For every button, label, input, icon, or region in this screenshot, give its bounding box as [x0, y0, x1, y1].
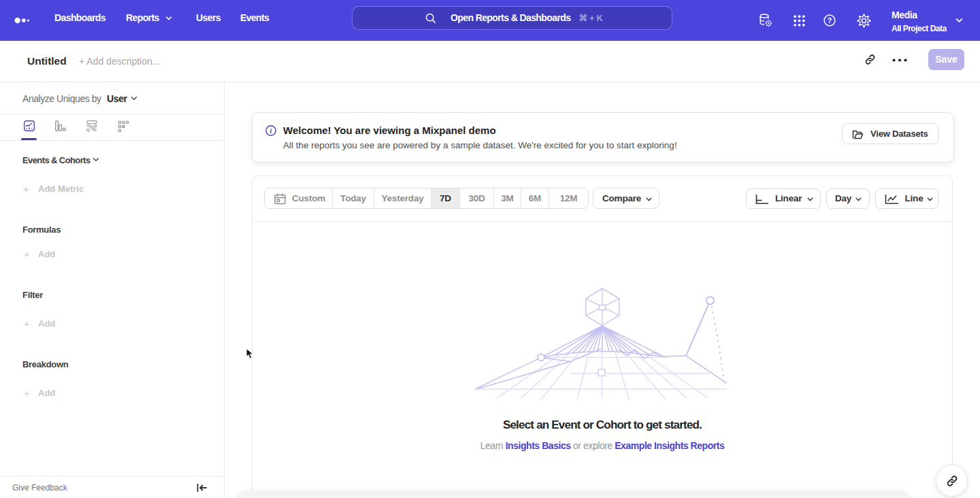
svg-text:i: i [270, 127, 272, 135]
svg-text:?: ? [828, 16, 832, 24]
